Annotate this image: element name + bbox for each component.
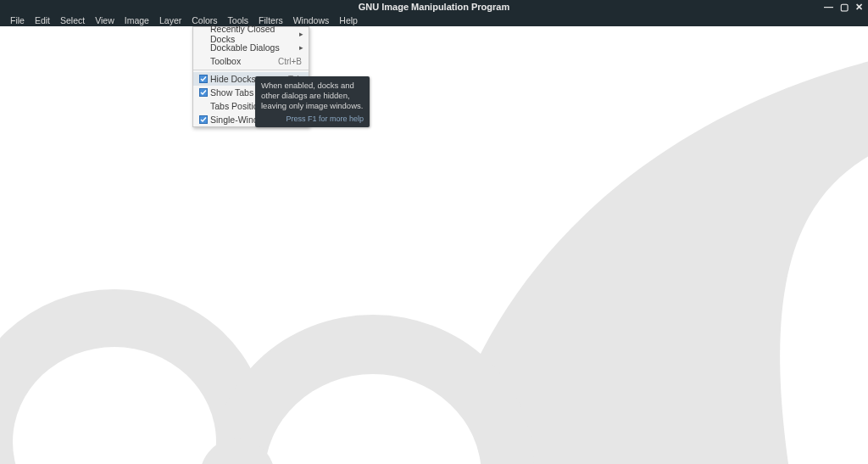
menu-view[interactable]: View (90, 14, 120, 26)
svg-point-0 (0, 289, 267, 464)
wilber-logo (0, 26, 868, 464)
svg-point-3 (264, 374, 481, 464)
menu-separator (193, 70, 309, 70)
app-title: GNU Image Manipulation Program (359, 2, 509, 12)
menu-file[interactable]: File (5, 14, 30, 26)
checkbox-checked-icon (198, 115, 209, 124)
menu-item-dockable-dialogs[interactable]: Dockable Dialogs ▸ (193, 41, 309, 54)
menu-image[interactable]: Image (120, 14, 154, 26)
tooltip-text: When enabled, docks and other dialogs ar… (261, 81, 364, 111)
maximize-button[interactable]: ▢ (840, 3, 849, 12)
svg-point-1 (212, 315, 534, 464)
menu-item-label: Dockable Dialogs (210, 42, 302, 53)
menu-help[interactable]: Help (334, 14, 363, 26)
menubar: File Edit Select View Image Layer Colors… (0, 14, 868, 26)
checkbox-checked-icon (198, 75, 209, 83)
menu-item-toolbox[interactable]: Toolbox Ctrl+B (193, 54, 309, 68)
menu-edit[interactable]: Edit (30, 14, 55, 26)
chevron-right-icon: ▸ (299, 30, 303, 38)
canvas-area[interactable] (0, 26, 868, 464)
close-button[interactable]: ✕ (855, 3, 863, 12)
minimize-button[interactable]: — (824, 3, 833, 12)
svg-point-4 (200, 439, 275, 464)
menu-layer[interactable]: Layer (154, 14, 186, 26)
checkbox-checked-icon (198, 88, 209, 97)
chevron-right-icon: ▸ (299, 43, 303, 52)
titlebar: GNU Image Manipulation Program — ▢ ✕ (0, 0, 868, 14)
menu-item-label: Toolbox (210, 56, 278, 66)
window-controls: — ▢ ✕ (824, 0, 863, 14)
tooltip-help: Press F1 for more help (261, 115, 364, 124)
menu-item-accel: Ctrl+B (278, 57, 302, 66)
menu-item-recently-closed-docks[interactable]: Recently Closed Docks ▸ (193, 27, 309, 41)
svg-point-2 (13, 347, 216, 464)
tooltip: When enabled, docks and other dialogs ar… (255, 76, 370, 127)
menu-select[interactable]: Select (55, 14, 90, 26)
